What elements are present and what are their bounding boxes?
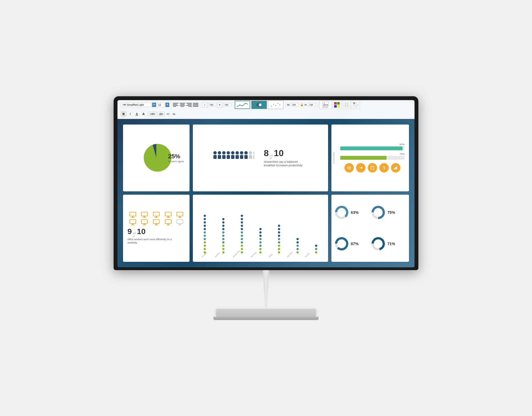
saturday-col: saturday — [289, 238, 306, 253]
progress-bar-1: 97% — [340, 143, 405, 150]
out-of-label: out of — [270, 154, 273, 160]
spacing-arrows[interactable]: ↕ — [202, 102, 208, 108]
monitor-stand-neck — [258, 270, 274, 309]
progress-val-1: 97% — [340, 143, 405, 146]
layout-btn[interactable] — [352, 101, 360, 109]
toolbar-row2: B I A A ABC abc A² A₂ — [117, 110, 415, 119]
svg-rect-7 — [334, 102, 337, 105]
svg-rect-47 — [132, 216, 133, 217]
svg-point-22 — [218, 151, 221, 154]
progress-bar-2: 72% — [340, 153, 405, 160]
alignment-group — [173, 102, 198, 108]
spacing-group: ↕ Opt ≡ Opt — [202, 102, 231, 108]
svg-rect-49 — [141, 212, 147, 216]
lock-icon[interactable]: 🔒 — [300, 103, 304, 107]
monitor-icon-2 — [139, 212, 150, 218]
svg-rect-75 — [178, 225, 181, 225]
svg-rect-8 — [337, 102, 340, 105]
align-justify-btn[interactable] — [193, 102, 198, 108]
color-grid-btn[interactable] — [333, 101, 341, 109]
clipboard-icon-btn[interactable] — [368, 163, 377, 173]
people-stat-card: 8 out of 10 researchers say a balanced b… — [193, 125, 328, 192]
settings-icon-btn[interactable] — [344, 163, 354, 173]
subscript-btn[interactable]: A₂ — [172, 112, 177, 116]
height-label: H. — [305, 103, 307, 106]
svg-rect-27 — [227, 155, 230, 159]
toggle-btn[interactable] — [251, 101, 267, 109]
align-center-btn[interactable] — [180, 102, 185, 108]
underline-btn[interactable]: A — [134, 111, 140, 117]
line-chart-btn[interactable] — [235, 101, 250, 109]
font-dropdown-btn[interactable]: ▼ — [152, 103, 156, 107]
abc-lower-btn[interactable]: abc — [158, 112, 165, 116]
table-btn[interactable] — [342, 101, 351, 109]
monitor-icon-3 — [151, 212, 162, 218]
dot-columns-area: monday — [196, 217, 325, 258]
svg-point-34 — [244, 151, 248, 154]
people-icons-group — [213, 151, 257, 165]
svg-rect-44 — [395, 167, 396, 169]
monitor-icon-7 — [139, 219, 150, 225]
bold-btn[interactable]: B — [121, 111, 126, 117]
stat-inline: 8 out of 10 — [264, 149, 308, 160]
strikethrough-btn[interactable]: A — [141, 111, 146, 117]
donut-label-2: 75% — [387, 210, 395, 215]
toolbar-sep1 — [171, 102, 171, 108]
align-right-btn[interactable] — [186, 102, 192, 108]
svg-rect-29 — [231, 155, 234, 159]
svg-rect-74 — [179, 224, 180, 225]
arrow-icon-btn[interactable] — [356, 163, 365, 173]
height-val[interactable]: Opt — [308, 103, 316, 106]
pie-label-area: 25% of users agree — [168, 153, 184, 163]
svg-rect-73 — [177, 220, 183, 224]
svg-point-36 — [249, 151, 252, 154]
font-size-display[interactable]: 12 — [157, 103, 165, 107]
align-left-btn[interactable] — [173, 102, 178, 108]
width-label: W. — [287, 103, 290, 106]
svg-rect-10 — [337, 105, 340, 108]
indent-btn[interactable]: ≡ — [217, 102, 222, 108]
people-stat-text: 8 out of 10 researchers say a balanced b… — [264, 149, 308, 167]
text-format-group: B I A A ABC abc A² A₂ — [121, 111, 177, 117]
svg-point-0 — [271, 106, 272, 107]
dollar-icon-btn[interactable]: $ — [379, 163, 389, 173]
abc-upper-btn[interactable]: ABC — [149, 112, 157, 116]
superscript-btn[interactable]: A² — [166, 112, 170, 116]
svg-rect-39 — [253, 155, 254, 159]
svg-point-30 — [236, 151, 239, 154]
chart-type-group — [235, 101, 283, 109]
svg-point-32 — [240, 151, 243, 154]
indent-val[interactable]: Opt — [223, 103, 231, 106]
svg-rect-56 — [168, 216, 169, 217]
size-dropdown-btn[interactable]: ▼ — [165, 103, 169, 107]
monitor-icon-9 — [163, 219, 173, 225]
svg-point-4 — [279, 104, 280, 105]
content-area: 25% of users agree — [117, 119, 415, 267]
svg-rect-48 — [131, 217, 134, 218]
font-name-display[interactable]: HP Simplified Light — [121, 103, 151, 107]
monitors-stat-text: 9 out of 10 office workers work more eff… — [127, 228, 172, 244]
chart-icon-btn[interactable] — [391, 163, 400, 173]
monitor-stand-foot — [213, 317, 319, 320]
dot-chart-inner: monday — [196, 198, 325, 258]
toolbar-sep3 — [233, 102, 233, 108]
svg-point-26 — [227, 151, 230, 154]
person-icons-row — [213, 151, 257, 165]
monitor-icon-6 — [127, 219, 138, 225]
italic-btn[interactable]: I — [127, 111, 133, 117]
pie-chart-svg — [141, 143, 172, 173]
svg-rect-53 — [156, 216, 157, 217]
sep — [147, 111, 148, 117]
scatter-btn[interactable] — [268, 101, 283, 109]
spacing-val[interactable]: Opt — [208, 103, 216, 106]
monitors-big-num: 9 — [127, 228, 132, 235]
width-val[interactable]: Opt — [291, 103, 299, 106]
svg-rect-19 — [356, 105, 359, 108]
productivity-label: productivity — [332, 152, 335, 163]
wednesday-label: wednesday — [232, 249, 241, 258]
svg-rect-11 — [344, 102, 349, 108]
picture-btn[interactable]: picture — [319, 101, 332, 109]
friday-label: friday — [268, 253, 273, 258]
font-selector[interactable]: HP Simplified Light ▼ 12 ▼ — [121, 103, 169, 107]
svg-rect-31 — [236, 155, 239, 159]
